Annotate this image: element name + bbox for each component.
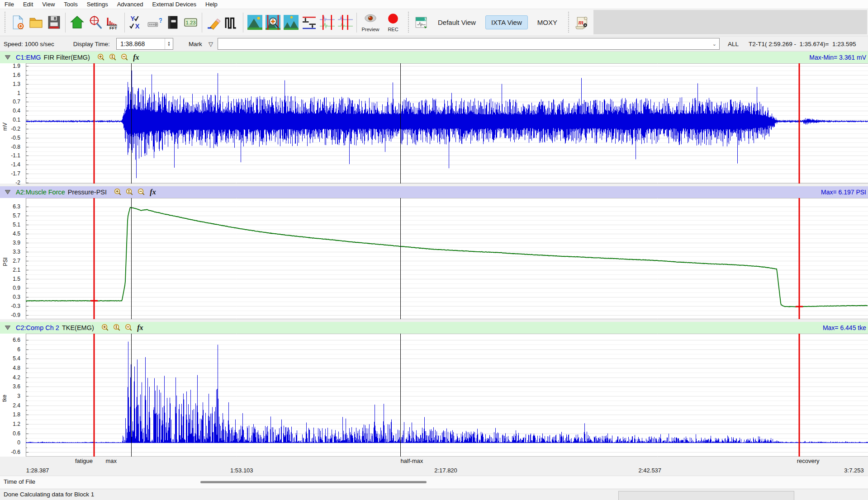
y-tick-label: 6.6 [0,337,24,343]
zoom-in-icon[interactable] [112,187,123,197]
y-tick-label: -0.6 [0,449,24,455]
measure-amplitude-icon[interactable] [300,11,318,34]
full-display-icon[interactable] [282,11,300,34]
zoom-between-cursors-icon[interactable] [264,11,282,34]
toolbar-grip[interactable] [568,12,570,33]
stimulator-icon[interactable] [223,11,241,34]
default-view-button[interactable]: Default View [432,15,482,29]
chevron-down-icon[interactable]: ⌄ [712,41,719,47]
y-tick-label: 4.5 [0,231,24,237]
autoscale-icon[interactable] [107,52,118,62]
autoscale-icon[interactable] [124,187,135,197]
menu-item-edit[interactable]: Edit [19,0,38,8]
ixta-view-button[interactable]: IXTA View [485,15,528,29]
toolbar-grip[interactable] [407,12,409,33]
fft-icon[interactable]: FFT [104,11,122,34]
status-bar: Done Calculating data for Block 1 [0,489,868,500]
fx-icon[interactable]: fx [135,323,146,333]
time-of-file-row: Time of File [0,476,868,489]
mark-dropdown-icon[interactable]: ▽ [209,41,213,47]
preview-icon[interactable]: Preview [359,10,382,35]
open-file-icon[interactable] [27,11,45,34]
collapse-triangle-icon[interactable] [2,187,13,197]
menu-item-help[interactable]: Help [201,0,222,8]
channel-3-plot[interactable]: 6.665.44.84.23.632.41.81.20.60-0.6tke [0,334,868,457]
svg-text:m: m [579,19,583,26]
find-cursor-icon[interactable] [86,11,104,34]
double-cursor-icon[interactable] [336,11,354,34]
marks-row: fatiguemaxhalf-maxrecovery [0,457,868,466]
home-icon[interactable] [68,11,86,34]
menu-item-file[interactable]: File [0,0,19,8]
moxy-button[interactable]: MOXY [531,15,563,29]
y-tick-label: -0.3 [0,303,24,309]
toolbar-grip[interactable] [4,12,6,33]
display-time-spinner[interactable]: ▲▼ [165,38,173,49]
autoscale-icon[interactable] [111,323,122,333]
menu-item-advanced[interactable]: Advanced [113,0,148,8]
display-time-input[interactable]: 1:38.868 ▲▼ [116,38,173,50]
y-tick-label: 1.8 [0,411,24,418]
toolbar-separator [243,13,243,33]
svg-text:1: 1 [424,17,426,21]
new-file-icon[interactable] [9,11,27,34]
display-time-value[interactable]: 1:38.868 [117,40,165,47]
y-tick-label: -1.4 [0,161,24,168]
macro-scroll-icon[interactable]: m [573,11,591,34]
channel-1-trace-canvas[interactable] [26,63,868,184]
view-layout-icon[interactable]: 1 [412,11,430,34]
zoom-in-icon[interactable] [100,323,110,333]
channel-3-header: C2:Comp Ch 2TKE(EMG)fxMax= 6.445 tke [0,322,868,334]
menu-item-settings[interactable]: Settings [82,0,113,8]
mark-label-half-max[interactable]: half-max [400,458,423,464]
record-icon[interactable]: REC [382,10,404,35]
y-tick-label: 0.9 [0,285,24,291]
y-tick-label: 0.7 [0,99,24,105]
toolbar-separator [356,13,357,33]
collapse-triangle-icon[interactable] [2,323,13,333]
zoom-display-icon[interactable] [246,11,264,34]
spinner-down-icon[interactable]: ▼ [167,44,171,47]
channel-2-trace-canvas[interactable] [26,198,868,319]
y-tick-label: -0.5 [0,135,24,141]
y-tick-label: 0.6 [0,430,24,437]
save-icon[interactable] [45,11,63,34]
journal-icon[interactable] [163,11,181,34]
channel-2-plot[interactable]: 6.35.75.14.53.93.32.72.11.50.90.3-0.3-0.… [0,198,868,319]
zoom-out-icon[interactable] [136,187,147,197]
zoom-out-icon[interactable] [119,52,130,62]
labscribe-window: FileEditViewToolsSettingsAdvancedExterna… [0,0,868,500]
channel-3-trace-canvas[interactable] [26,334,868,457]
zoom-in-icon[interactable] [95,52,106,62]
channel-subtitle: Pressure-PSI [68,189,107,196]
mark-combobox[interactable]: ⌄ [218,38,720,50]
svg-text:?: ? [158,17,161,24]
y-tick-label: 6.3 [0,203,24,210]
menu-item-tools[interactable]: Tools [59,0,82,8]
mark-label-max[interactable]: max [105,458,117,464]
channel-1-plot[interactable]: 1.91.61.310.70.40.1-0.2-0.5-0.8-1.1-1.4-… [0,63,868,184]
y-tick-label: 5.4 [0,355,24,362]
fx-icon[interactable]: fx [131,52,142,62]
range-all-label[interactable]: ALL [728,41,739,47]
collapse-triangle-icon[interactable] [2,52,13,62]
zoom-out-icon[interactable] [123,323,134,333]
y-tick-label: -0.9 [0,312,24,318]
menu-item-external-devices[interactable]: External Devices [147,0,201,8]
t2t1-readout: T2-T1( 2:59.269 - 1:35.674)= 1:23.595 [749,41,856,47]
channel-stat: Max= 6.445 tke [823,324,866,331]
mark-label-fatigue[interactable]: fatigue [75,458,93,464]
y-tick-label: 5.1 [0,222,24,228]
horizontal-scrollbar[interactable] [200,481,427,483]
y-tick-label: 1.9 [0,63,24,69]
y-tick-label: -1.7 [0,170,24,177]
hardware-settings-icon[interactable]: ? [145,11,163,34]
mark-label-recovery[interactable]: recovery [797,458,820,464]
single-cursor-icon[interactable] [318,11,336,34]
calculations-icon[interactable]: 1.23 [181,11,199,34]
menu-item-view[interactable]: View [38,0,59,8]
fx-icon[interactable]: fx [147,187,158,197]
annotate-icon[interactable] [204,11,223,34]
xy-units-icon[interactable]: YX [127,11,145,34]
time-axis-row: 1:28.3871:53.1032:17.8202:42.5373:7.253 [0,466,868,476]
